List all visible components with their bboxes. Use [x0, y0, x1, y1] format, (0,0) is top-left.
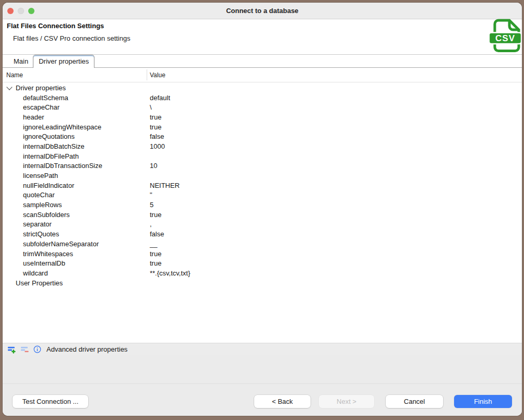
property-value[interactable]: 5 [150, 201, 153, 209]
wizard-header: Flat Files Connection Settings Flat file… [3, 19, 522, 55]
property-value[interactable]: \ [150, 103, 152, 111]
dialog-footer: Test Connection ... < Back Next > Cancel… [3, 355, 522, 416]
property-value[interactable]: default [150, 94, 170, 102]
property-name: wildcard [3, 269, 48, 277]
property-row[interactable]: nullFieldIndicatorNEITHER [3, 181, 522, 190]
property-value[interactable]: __ [150, 240, 157, 248]
table-column-header: Name Value [3, 68, 522, 82]
property-name: useInternalDb [3, 259, 65, 267]
property-name: nullFieldIndicator [3, 182, 74, 189]
csv-icon-label: CSV [495, 33, 515, 43]
property-row[interactable]: strictQuotesfalse [3, 229, 522, 239]
property-name: internalDbBatchSize [3, 142, 85, 150]
property-name: strictQuotes [3, 230, 59, 238]
property-name: separator [3, 220, 52, 228]
remove-property-icon[interactable] [20, 345, 29, 354]
property-name: sampleRows [3, 201, 62, 209]
property-name: escapeChar [3, 103, 59, 111]
column-divider[interactable] [147, 69, 147, 80]
property-name: ignoreLeadingWhitespace [3, 123, 101, 131]
property-name: defaultSchema [3, 94, 68, 102]
property-value[interactable]: true [150, 259, 161, 267]
property-row[interactable]: separator, [3, 220, 522, 230]
property-row[interactable]: wildcard**.{csv,tcv,txt} [3, 268, 522, 278]
traffic-lights [7, 8, 34, 14]
property-row[interactable]: trimWhitespacestrue [3, 249, 522, 259]
property-name: internalDbFilePath [3, 152, 79, 160]
property-row[interactable]: quoteChar" [3, 190, 522, 200]
next-button[interactable]: Next > [319, 395, 374, 408]
property-row[interactable]: internalDbBatchSize1000 [3, 141, 522, 151]
page-subtitle: Flat files / CSV Pro connection settings [13, 34, 130, 42]
property-row[interactable]: ignoreLeadingWhitespacetrue [3, 122, 522, 132]
property-row[interactable]: escapeChar\ [3, 102, 522, 112]
tab-bar: Main Driver properties [3, 55, 522, 68]
close-window-button[interactable] [7, 8, 14, 14]
property-value[interactable]: 1000 [150, 142, 165, 150]
titlebar[interactable]: Connect to a database [3, 3, 522, 19]
property-row[interactable]: internalDbTransactionSize10 [3, 161, 522, 171]
tab-main[interactable]: Main [9, 56, 33, 67]
property-value[interactable]: false [150, 230, 164, 238]
property-value[interactable]: 10 [150, 162, 157, 170]
property-value[interactable]: NEITHER [150, 182, 180, 189]
finish-button[interactable]: Finish [454, 395, 512, 408]
tab-driver-properties[interactable]: Driver properties [33, 55, 94, 68]
property-name: quoteChar [3, 191, 55, 199]
property-value[interactable]: false [150, 133, 164, 140]
property-group-label: User Properties [3, 279, 63, 287]
property-row[interactable]: internalDbFilePath [3, 151, 522, 161]
property-value[interactable]: , [150, 220, 152, 228]
zoom-window-button[interactable] [28, 8, 34, 14]
toolbar-hint-label: Advanced driver properties [46, 345, 127, 353]
property-row[interactable]: subfolderNameSeparator__ [3, 239, 522, 249]
property-value[interactable]: **.{csv,tcv,txt} [150, 269, 190, 277]
property-value[interactable]: true [150, 123, 161, 131]
footer-divider [3, 383, 522, 384]
property-row[interactable]: sampleRows5 [3, 200, 522, 210]
cancel-button[interactable]: Cancel [386, 395, 443, 408]
connect-database-dialog: Connect to a database Flat Files Connect… [3, 3, 522, 416]
property-value[interactable]: true [150, 250, 161, 258]
property-row[interactable]: scanSubfolderstrue [3, 210, 522, 220]
property-row[interactable]: ignoreQuotationsfalse [3, 131, 522, 141]
property-row[interactable]: defaultSchemadefault [3, 93, 522, 103]
property-value[interactable]: true [150, 211, 161, 219]
property-group-row[interactable]: Driver properties [3, 83, 522, 93]
page-title: Flat Files Connection Settings [7, 22, 104, 30]
property-value[interactable]: true [150, 113, 161, 121]
minimize-window-button[interactable] [18, 8, 24, 14]
property-row[interactable]: headertrue [3, 112, 522, 122]
window-title: Connect to a database [226, 7, 299, 15]
property-name: licensePath [3, 172, 58, 179]
property-row[interactable]: useInternalDbtrue [3, 258, 522, 268]
property-value[interactable]: " [150, 191, 152, 199]
property-name: ignoreQuotations [3, 133, 75, 140]
property-group-row[interactable]: User Properties [3, 278, 522, 288]
property-name: trimWhitespaces [3, 250, 73, 258]
property-name: scanSubfolders [3, 211, 70, 219]
property-group-label: Driver properties [3, 84, 66, 92]
properties-toolbar: Advanced driver properties [3, 343, 522, 355]
column-header-name: Name [6, 71, 23, 79]
properties-table-body: Driver propertiesdefaultSchemadefaultesc… [3, 82, 522, 343]
test-connection-button[interactable]: Test Connection ... [13, 395, 88, 408]
csv-file-icon: CSV [487, 19, 522, 52]
property-row[interactable]: licensePath [3, 171, 522, 181]
property-name: subfolderNameSeparator [3, 240, 99, 248]
back-button[interactable]: < Back [254, 395, 311, 408]
add-property-icon[interactable] [7, 345, 16, 354]
property-name: header [3, 113, 44, 121]
column-header-value: Value [150, 71, 165, 79]
info-icon[interactable] [33, 345, 41, 353]
property-name: internalDbTransactionSize [3, 162, 102, 170]
